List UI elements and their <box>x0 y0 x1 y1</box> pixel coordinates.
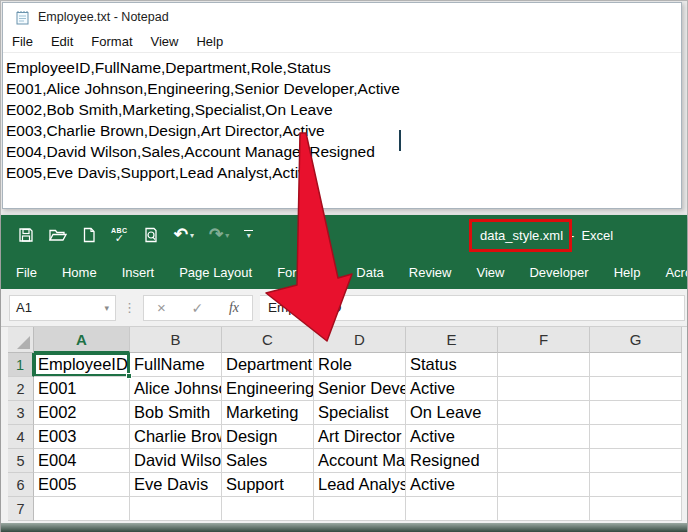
cell-c5[interactable]: Sales <box>222 449 314 473</box>
cell-f1[interactable] <box>498 353 590 377</box>
column-header-c[interactable]: C <box>222 327 314 353</box>
row-header-4[interactable]: 4 <box>8 425 34 449</box>
cell-e7[interactable] <box>406 497 498 521</box>
tab-acrobat[interactable]: Acrobat <box>665 265 687 280</box>
customize-quick-access-toolbar-icon[interactable]: ▾ <box>244 230 253 240</box>
cell-c4[interactable]: Design <box>222 425 314 449</box>
cell-c7[interactable] <box>222 497 314 521</box>
save-icon[interactable] <box>18 227 34 243</box>
cell-f2[interactable] <box>498 377 590 401</box>
cell-b4[interactable]: Charlie Brown <box>130 425 222 449</box>
cell-f5[interactable] <box>498 449 590 473</box>
tab-data[interactable]: Data <box>356 265 383 280</box>
tab-formulas[interactable]: Formulas <box>277 265 331 280</box>
row-header-6[interactable]: 6 <box>8 473 34 497</box>
tab-view[interactable]: View <box>476 265 504 280</box>
cell-d7[interactable] <box>314 497 406 521</box>
cell-e4[interactable]: Active <box>406 425 498 449</box>
tab-home[interactable]: Home <box>62 265 97 280</box>
cell-e2[interactable]: Active <box>406 377 498 401</box>
row-header-3[interactable]: 3 <box>8 401 34 425</box>
select-all-corner[interactable] <box>8 327 34 353</box>
enter-icon[interactable]: ✓ <box>191 300 203 316</box>
cell-g4[interactable] <box>590 425 682 449</box>
cell-d1[interactable]: Role <box>314 353 406 377</box>
spelling-icon[interactable]: ABC ✓ <box>111 227 128 244</box>
cell-d3[interactable]: Specialist <box>314 401 406 425</box>
column-header-a[interactable]: A <box>34 327 130 353</box>
cell-g2[interactable] <box>590 377 682 401</box>
cell-c1[interactable]: Department <box>222 353 314 377</box>
cell-b2[interactable]: Alice Johnson <box>130 377 222 401</box>
tab-developer[interactable]: Developer <box>529 265 588 280</box>
row-header-7[interactable]: 7 <box>8 497 34 521</box>
column-header-e[interactable]: E <box>406 327 498 353</box>
quick-access-toolbar: ABC ✓ ↶ ▾ ↷ ▾ ▾ <box>1 227 253 244</box>
menu-view[interactable]: View <box>142 34 188 49</box>
cell-d4[interactable]: Art Director <box>314 425 406 449</box>
menu-file[interactable]: File <box>3 34 42 49</box>
name-box[interactable]: A1 ▾ <box>9 295 116 321</box>
cancel-icon[interactable]: × <box>157 299 166 316</box>
cell-a5[interactable]: E004 <box>34 449 130 473</box>
cell-b6[interactable]: Eve Davis <box>130 473 222 497</box>
cell-b3[interactable]: Bob Smith <box>130 401 222 425</box>
cell-d5[interactable]: Account Manager <box>314 449 406 473</box>
cell-c3[interactable]: Marketing <box>222 401 314 425</box>
cell-c6[interactable]: Support <box>222 473 314 497</box>
tab-page-layout[interactable]: Page Layout <box>179 265 252 280</box>
cell-a1-selected[interactable]: EmployeeID <box>34 353 130 377</box>
cell-d6[interactable]: Lead Analyst <box>314 473 406 497</box>
cell-a7[interactable] <box>34 497 130 521</box>
notepad-window: Employee.txt - Notepad File Edit Format … <box>2 2 682 209</box>
cell-f7[interactable] <box>498 497 590 521</box>
cell-g3[interactable] <box>590 401 682 425</box>
cell-b7[interactable] <box>130 497 222 521</box>
column-header-f[interactable]: F <box>498 327 590 353</box>
print-preview-icon[interactable] <box>143 227 159 243</box>
notepad-titlebar[interactable]: Employee.txt - Notepad <box>3 3 681 31</box>
cell-g5[interactable] <box>590 449 682 473</box>
notepad-text-area[interactable]: EmployeeID,FullName,Department,Role,Stat… <box>3 53 681 183</box>
cell-g6[interactable] <box>590 473 682 497</box>
cell-g7[interactable] <box>590 497 682 521</box>
cell-e3[interactable]: On Leave <box>406 401 498 425</box>
tab-help[interactable]: Help <box>614 265 641 280</box>
undo-dropdown-icon[interactable]: ▾ <box>190 231 194 240</box>
cell-a3[interactable]: E002 <box>34 401 130 425</box>
tab-file[interactable]: File <box>16 265 37 280</box>
fill-handle[interactable] <box>126 373 132 379</box>
cell-a6[interactable]: E005 <box>34 473 130 497</box>
cell-b1[interactable]: FullName <box>130 353 222 377</box>
menu-format[interactable]: Format <box>82 34 141 49</box>
row-header-5[interactable]: 5 <box>8 449 34 473</box>
row-header-1[interactable]: 1 <box>8 353 34 377</box>
cell-d2[interactable]: Senior Developer <box>314 377 406 401</box>
column-header-g[interactable]: G <box>590 327 682 353</box>
formula-bar-input[interactable]: EmployeeID <box>260 295 685 321</box>
cell-f6[interactable] <box>498 473 590 497</box>
open-icon[interactable] <box>49 227 67 243</box>
cell-e5[interactable]: Resigned <box>406 449 498 473</box>
tab-review[interactable]: Review <box>409 265 452 280</box>
cell-a4[interactable]: E003 <box>34 425 130 449</box>
excel-window: ABC ✓ ↶ ▾ ↷ ▾ ▾ <box>1 215 687 532</box>
column-header-b[interactable]: B <box>130 327 222 353</box>
cell-e1[interactable]: Status <box>406 353 498 377</box>
cell-f4[interactable] <box>498 425 590 449</box>
cell-e6[interactable]: Active <box>406 473 498 497</box>
column-header-d[interactable]: D <box>314 327 406 353</box>
cell-g1[interactable] <box>590 353 682 377</box>
cell-b5[interactable]: David Wilson <box>130 449 222 473</box>
new-file-icon[interactable] <box>82 227 96 243</box>
row-header-2[interactable]: 2 <box>8 377 34 401</box>
cell-a2[interactable]: E001 <box>34 377 130 401</box>
insert-function-icon[interactable]: fx <box>229 300 239 316</box>
cell-f3[interactable] <box>498 401 590 425</box>
menu-help[interactable]: Help <box>187 34 232 49</box>
name-box-dropdown-icon[interactable]: ▾ <box>104 303 109 313</box>
menu-edit[interactable]: Edit <box>42 34 82 49</box>
tab-insert[interactable]: Insert <box>122 265 155 280</box>
cell-c2[interactable]: Engineering <box>222 377 314 401</box>
undo-button[interactable]: ↶ ▾ <box>174 227 194 243</box>
